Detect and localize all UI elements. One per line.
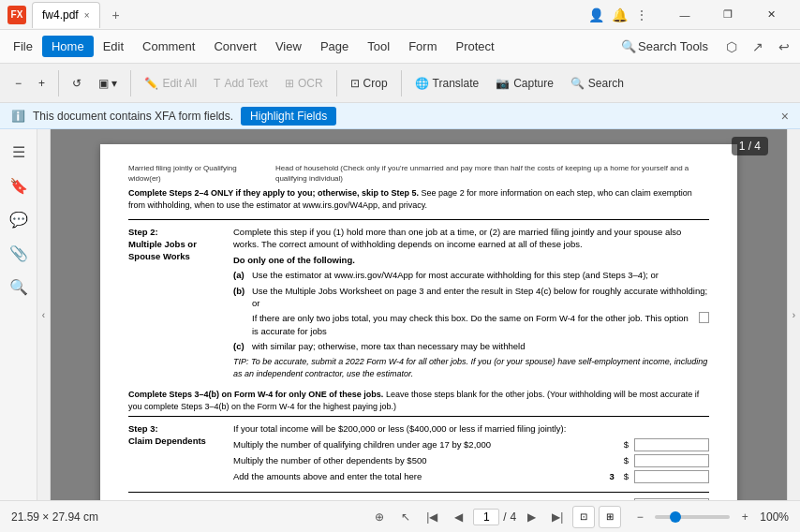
- nav-external-button[interactable]: ↩: [772, 35, 796, 59]
- info-icon: ℹ️: [11, 110, 25, 123]
- toolbar: − + ↺ ▣ ▾ ✏️ Edit All T Add Text ⊞ OCR ⊡…: [0, 64, 800, 103]
- more-options-icon[interactable]: ⋮: [635, 7, 648, 22]
- new-tab-button[interactable]: +: [106, 5, 126, 25]
- translate-button[interactable]: 🌐 Translate: [407, 69, 487, 97]
- pdf-step4-num: Step 4: [128, 499, 156, 500]
- capture-label: Capture: [513, 77, 554, 90]
- pdf-step3-num: Step 3:: [128, 423, 158, 434]
- menu-home[interactable]: Home: [42, 36, 94, 57]
- menu-file[interactable]: File: [4, 36, 42, 57]
- select-dropdown[interactable]: ▣ ▾: [91, 69, 125, 97]
- pdf-step4-optional: (optional):: [157, 499, 200, 500]
- menu-edit[interactable]: Edit: [94, 36, 133, 57]
- edit-all-button[interactable]: ✏️ Edit All: [137, 69, 204, 97]
- pdf-step3-input2[interactable]: [634, 454, 709, 467]
- ocr-button[interactable]: ⊞ OCR: [277, 69, 331, 97]
- notification-icon[interactable]: 🔔: [612, 7, 628, 22]
- menu-page[interactable]: Page: [311, 36, 358, 57]
- crop-icon: ⊡: [350, 77, 360, 90]
- file-tab[interactable]: fw4.pdf ×: [32, 2, 100, 28]
- pdf-item-c-text: with similar pay; otherwise, more tax th…: [252, 340, 525, 352]
- main-area: ☰ 🔖 💬 📎 🔍 ‹ Married filing jointly or Qu…: [0, 129, 800, 500]
- zoom-slider[interactable]: [655, 515, 730, 519]
- pdf-step4-input-a[interactable]: [634, 498, 709, 500]
- capture-button[interactable]: 📷 Capture: [488, 69, 561, 97]
- menu-comment[interactable]: Comment: [133, 36, 204, 57]
- pdf-item-if-text: If there are only two jobs total, you ma…: [252, 312, 689, 337]
- pdf-step3-row2-text: Multiply the number of other dependents …: [233, 454, 618, 466]
- menu-form[interactable]: Form: [399, 36, 446, 57]
- pdf-step4-row: Step 4 (optional): Other Adjustments (a)…: [128, 492, 709, 500]
- nav-back-button[interactable]: ⬡: [719, 35, 744, 59]
- sidebar-home-icon[interactable]: ☰: [4, 137, 34, 167]
- zoom-out-status-btn[interactable]: −: [629, 506, 651, 528]
- highlight-fields-button[interactable]: Highlight Fields: [241, 107, 336, 126]
- pdf-step4-a-label: (a): [233, 498, 246, 500]
- notification-text: This document contains XFA form fields.: [33, 110, 233, 123]
- pdf-step3-header-text: Complete Steps 3–4(b) on Form W-4 for on…: [128, 390, 383, 399]
- pdf-step2-content: Complete this step if you (1) hold more …: [233, 226, 709, 380]
- rotate-button[interactable]: ↺: [65, 69, 89, 97]
- menu-convert[interactable]: Convert: [204, 36, 266, 57]
- pdf-steps-header: Complete Steps 2–4 ONLY if they apply to…: [128, 188, 419, 198]
- sidebar-search-side-icon[interactable]: 🔍: [4, 272, 34, 302]
- close-button[interactable]: ✕: [749, 0, 793, 30]
- pdf-step3-input3[interactable]: [634, 470, 709, 483]
- notification-close-button[interactable]: ×: [781, 109, 789, 124]
- statusbar-zoom: − + 100%: [629, 506, 789, 528]
- prev-page-btn[interactable]: ◀: [447, 506, 469, 528]
- search-tools-btn[interactable]: 🔍 Search Tools: [614, 37, 716, 55]
- add-text-button[interactable]: T Add Text: [206, 69, 275, 97]
- cursor-tool-btn[interactable]: ⊕: [368, 506, 391, 528]
- sidebar-bookmark-icon[interactable]: 🔖: [4, 170, 34, 200]
- zoom-in-button[interactable]: +: [31, 69, 52, 97]
- last-page-btn[interactable]: ▶|: [546, 506, 569, 528]
- next-page-btn[interactable]: ▶: [520, 506, 542, 528]
- nav-fwd-button[interactable]: ↗: [746, 35, 770, 59]
- menu-view[interactable]: View: [266, 36, 311, 57]
- search-button[interactable]: 🔍 Search: [563, 69, 631, 97]
- ocr-icon: ⊞: [285, 77, 294, 90]
- sidebar-attach-icon[interactable]: 📎: [4, 238, 34, 268]
- sidebar-comment-icon[interactable]: 💬: [4, 204, 34, 234]
- left-panel-toggle[interactable]: ‹: [37, 129, 51, 500]
- page-sep: /: [503, 510, 506, 524]
- pdf-item-b-label: (b): [233, 285, 246, 310]
- tab-close-btn[interactable]: ×: [84, 10, 90, 21]
- statusbar-nav: ⊕ ↖ |◀ ◀ / 4 ▶ ▶| ⊡ ⊞: [368, 506, 621, 528]
- crop-label: Crop: [363, 77, 388, 90]
- crop-button[interactable]: ⊡ Crop: [343, 69, 395, 97]
- restore-button[interactable]: ❐: [706, 0, 749, 30]
- ocr-label: OCR: [298, 77, 323, 90]
- minimize-button[interactable]: —: [663, 0, 706, 30]
- menu-nav-icons: ⬡ ↗ ↩: [719, 35, 796, 59]
- right-panel-toggle[interactable]: ›: [787, 129, 800, 500]
- profile-icon[interactable]: 👤: [588, 7, 604, 22]
- pdf-step3-input1[interactable]: [634, 438, 709, 451]
- left-sidebar: ☰ 🔖 💬 📎 🔍: [0, 129, 37, 500]
- pdf-step2-item-a: (a) Use the estimator at www.irs.gov/W4A…: [233, 269, 709, 281]
- pdf-steps-intro: Complete Steps 2–4 ONLY if they apply to…: [128, 187, 709, 211]
- fit-page-btn[interactable]: ⊡: [572, 506, 595, 528]
- nav-group: ↺ ▣ ▾: [65, 69, 125, 97]
- pdf-step3-content: If your total income will be $200,000 or…: [233, 422, 709, 486]
- pdf-step4-a-ref: 4(a): [599, 498, 615, 500]
- pdf-step2-items: (a) Use the estimator at www.irs.gov/W4A…: [233, 269, 709, 352]
- toolbar-separator-3: [336, 70, 337, 96]
- menu-tool[interactable]: Tool: [358, 36, 399, 57]
- pdf-step3-row2: Multiply the number of other dependents …: [233, 454, 709, 467]
- menu-protect[interactable]: Protect: [446, 36, 503, 57]
- search-label: Search: [588, 77, 624, 90]
- fit-width-btn[interactable]: ⊞: [599, 506, 621, 528]
- search-tools-label: Search Tools: [638, 39, 708, 53]
- select-tool-btn[interactable]: ↖: [394, 506, 417, 528]
- toolbar-separator-1: [58, 70, 59, 96]
- pdf-step3-dollar2: $: [624, 454, 629, 466]
- pdf-checkbox: [699, 312, 709, 323]
- pdf-step4-a-text: Other income (not from jobs). If you wan…: [252, 498, 589, 500]
- add-text-icon: T: [214, 77, 220, 90]
- page-number-input[interactable]: [473, 509, 499, 525]
- zoom-in-status-btn[interactable]: +: [733, 506, 756, 528]
- first-page-btn[interactable]: |◀: [421, 506, 443, 528]
- zoom-out-button[interactable]: −: [7, 69, 29, 97]
